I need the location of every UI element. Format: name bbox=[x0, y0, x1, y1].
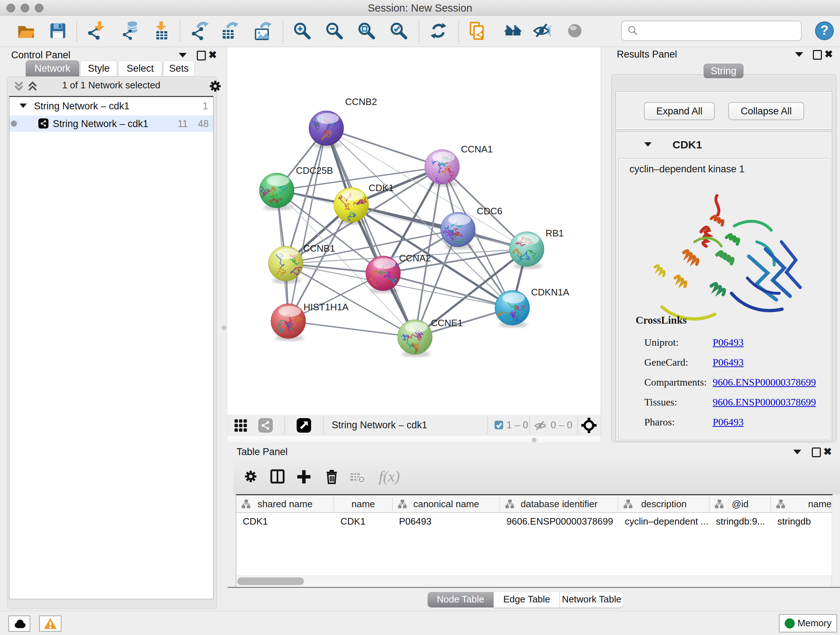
zoom-fit-icon[interactable] bbox=[355, 20, 377, 42]
zoom-in-icon[interactable] bbox=[291, 20, 313, 42]
tab-network[interactable]: Network bbox=[26, 60, 79, 76]
crosslink-link[interactable]: P06493 bbox=[713, 337, 744, 348]
memory-button[interactable]: Memory bbox=[779, 614, 837, 632]
fit-selected-crosshair-icon[interactable] bbox=[581, 417, 597, 433]
node-RB1[interactable]: RB1 bbox=[509, 228, 564, 269]
tab-edge-table[interactable]: Edge Table bbox=[493, 592, 560, 608]
crosslink-link[interactable]: 9606.ENSP00000378699 bbox=[713, 377, 816, 388]
export-image-icon[interactable] bbox=[252, 20, 273, 42]
left-splitter-handle[interactable] bbox=[222, 325, 226, 330]
node-CCNA2[interactable]: CCNA2 bbox=[366, 253, 431, 293]
table-hscroll-thumb[interactable] bbox=[237, 578, 304, 585]
table-vertical-scrollbar[interactable] bbox=[832, 495, 838, 587]
cell-4[interactable]: cyclin–dependent ... bbox=[625, 513, 709, 529]
protein-expander-icon[interactable] bbox=[644, 142, 652, 147]
cloud-status-button[interactable] bbox=[8, 616, 30, 632]
crosslink-link[interactable]: P06493 bbox=[713, 416, 744, 428]
cell-3[interactable]: 9606.ENSP00000378699 bbox=[507, 513, 617, 529]
documents-icon[interactable] bbox=[467, 20, 488, 42]
column-header--id[interactable]: @id bbox=[709, 495, 771, 513]
birds-eye-view-icon[interactable] bbox=[297, 418, 311, 432]
import-database-icon[interactable] bbox=[118, 20, 139, 42]
node-HIST1H1A[interactable]: HIST1H1A bbox=[271, 302, 349, 341]
grid-view-icon[interactable] bbox=[233, 418, 248, 432]
node-table[interactable]: shared namenamecanonical namedatabase id… bbox=[236, 494, 833, 587]
table-add-icon[interactable] bbox=[295, 469, 312, 485]
table-panel-close-icon[interactable]: ✖ bbox=[823, 447, 832, 457]
cell-1[interactable]: CDK1 bbox=[340, 513, 392, 529]
results-panel-float-icon[interactable] bbox=[795, 52, 803, 57]
node-CDK1[interactable]: CDK1 bbox=[334, 182, 393, 229]
help-button[interactable]: ? bbox=[813, 20, 835, 42]
table-panel-maximize-icon[interactable] bbox=[812, 448, 821, 457]
column-header-canonical-name[interactable]: canonical name bbox=[393, 495, 500, 513]
column-header-database-identifier[interactable]: database identifier bbox=[500, 495, 618, 513]
refresh-icon[interactable] bbox=[428, 20, 449, 42]
hide-eye-icon[interactable] bbox=[531, 20, 553, 42]
import-network-icon[interactable] bbox=[86, 20, 107, 42]
crosslink-link[interactable]: 9606.ENSP00000378699 bbox=[713, 396, 816, 408]
control-panel-maximize-icon[interactable] bbox=[197, 51, 206, 60]
zoom-selected-icon[interactable] bbox=[388, 20, 409, 42]
crosslink-link[interactable]: P06493 bbox=[713, 356, 744, 368]
bottom-splitter-handle[interactable] bbox=[532, 438, 537, 442]
selected-nodes-checkbox[interactable] bbox=[494, 420, 504, 430]
collection-label: String Network – cdk1 bbox=[34, 101, 129, 112]
tab-node-table[interactable]: Node Table bbox=[428, 592, 493, 608]
edge-CCNB2-CCNA1[interactable] bbox=[326, 128, 442, 167]
results-panel-maximize-icon[interactable] bbox=[813, 50, 822, 60]
network-view-canvas[interactable]: CCNB2CCNA1CDC25BCDK1CDC6RB1CCNB1CCNA2CDK… bbox=[227, 48, 600, 415]
tab-sets[interactable]: Sets bbox=[163, 60, 195, 76]
network-share-icon[interactable] bbox=[258, 418, 273, 432]
export-network-icon[interactable] bbox=[189, 20, 211, 42]
node-label-CCNA2: CCNA2 bbox=[399, 253, 431, 264]
save-session-icon[interactable] bbox=[47, 20, 69, 42]
home-icon[interactable] bbox=[502, 20, 524, 42]
export-table-icon[interactable] bbox=[219, 20, 240, 42]
node-CDC6[interactable]: CDC6 bbox=[441, 206, 502, 249]
table-horizontal-scrollbar[interactable] bbox=[236, 576, 832, 587]
search-input[interactable] bbox=[621, 21, 802, 41]
zoom-out-icon[interactable] bbox=[324, 20, 345, 42]
cell-2[interactable]: P06493 bbox=[399, 513, 499, 529]
cell-5[interactable]: stringdb:9... bbox=[716, 513, 770, 529]
cell-0[interactable]: CDK1 bbox=[243, 513, 333, 529]
table-settings-gear-icon[interactable] bbox=[243, 469, 258, 484]
control-panel-close-icon[interactable]: ✖ bbox=[208, 50, 217, 60]
open-session-icon[interactable] bbox=[15, 20, 37, 42]
title-bar: Session: New Session bbox=[0, 0, 840, 16]
node-CDKN1A[interactable]: CDKN1A bbox=[493, 287, 569, 328]
network-collection-row[interactable]: String Network – cdk1 1 bbox=[9, 97, 213, 116]
network-options-gear-icon[interactable] bbox=[208, 79, 223, 93]
column-header-shared-name[interactable]: shared name bbox=[236, 495, 334, 513]
import-table-icon[interactable] bbox=[150, 20, 172, 42]
warnings-button[interactable] bbox=[39, 616, 62, 632]
tab-select[interactable]: Select bbox=[118, 60, 162, 76]
node-label-RB1: RB1 bbox=[546, 228, 564, 239]
control-panel-float-icon[interactable] bbox=[179, 53, 187, 57]
results-panel-close-icon[interactable]: ✖ bbox=[824, 49, 833, 59]
tab-string[interactable]: String bbox=[704, 64, 744, 78]
eye-gray-icon[interactable] bbox=[564, 20, 586, 42]
node-CCNE1[interactable]: CCNE1 bbox=[398, 318, 463, 357]
cell-6[interactable]: stringdb bbox=[777, 513, 833, 529]
column-header-name[interactable]: name bbox=[334, 495, 393, 513]
tab-network-table[interactable]: Network Table bbox=[560, 592, 623, 608]
expand-all-button[interactable]: Expand All bbox=[644, 102, 715, 120]
collection-expander-icon[interactable] bbox=[19, 103, 27, 108]
toolbar-separator bbox=[418, 21, 419, 42]
tab-style[interactable]: Style bbox=[80, 60, 117, 76]
column-header-description[interactable]: description bbox=[618, 495, 709, 513]
table-panel-float-icon[interactable] bbox=[793, 450, 801, 454]
node-CCNA1[interactable]: CCNA1 bbox=[425, 144, 493, 187]
edge-HIST1H1A-CCNE1[interactable] bbox=[288, 321, 415, 337]
collapse-all-button[interactable]: Collapse All bbox=[728, 102, 804, 120]
column-header-namespace[interactable]: namespace bbox=[771, 495, 833, 513]
node-CCNB2[interactable]: CCNB2 bbox=[302, 96, 377, 148]
table-delete-icon[interactable] bbox=[323, 468, 340, 485]
protein-name: CDK1 bbox=[673, 139, 702, 151]
crosslink-label: Tissues: bbox=[644, 396, 677, 408]
network-row-selected[interactable]: String Network – cdk1 11 48 bbox=[9, 116, 213, 132]
table-columns-icon[interactable] bbox=[269, 468, 286, 485]
toolbar-separator bbox=[76, 21, 77, 42]
